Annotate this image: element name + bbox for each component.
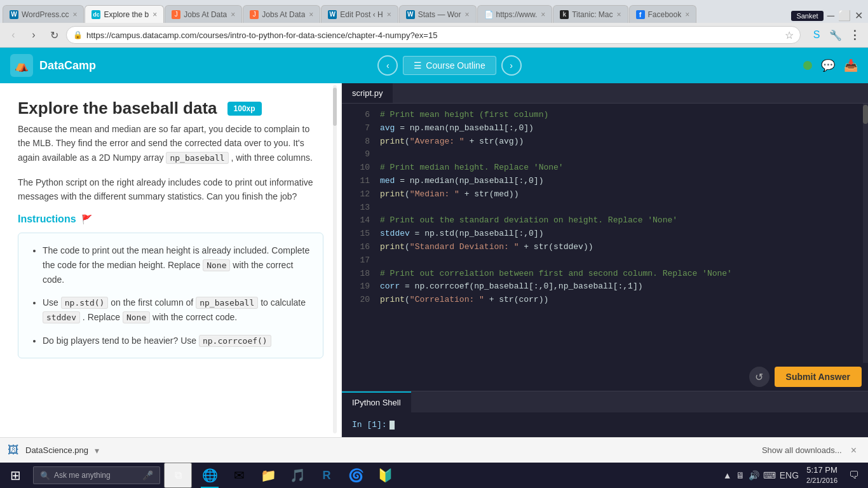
inline-code-none1: None xyxy=(203,259,230,271)
mic-icon[interactable]: 🎤 xyxy=(142,470,153,480)
sys-tray-icons: ▲ 🖥 🔊 ⌨ ENG xyxy=(723,470,799,480)
instructions-list: The code to print out the mean height is… xyxy=(31,243,310,348)
explorer-icon: 📁 xyxy=(261,468,276,483)
tab-close-facebook[interactable]: × xyxy=(685,10,689,19)
close-btn[interactable]: ✕ xyxy=(855,10,863,22)
code-editor[interactable]: 6 # Print mean height (first column) 7 a… xyxy=(342,104,868,363)
dc-course-nav: ‹ ☰ Course Outline › xyxy=(377,55,521,76)
taskbar-clock[interactable]: 5:17 PM 2/21/2016 xyxy=(801,464,843,486)
submit-answer-button[interactable]: Submit Answer xyxy=(775,367,862,387)
inline-code-npbaseball2: np_baseball xyxy=(196,297,258,309)
tab-close-titanic[interactable]: × xyxy=(616,10,621,19)
tab-titanic[interactable]: k Titanic: Mac × xyxy=(553,5,628,23)
browser-actions: S 🔧 ⋮ xyxy=(808,27,863,43)
back-button[interactable]: ‹ xyxy=(5,27,22,43)
skype-icon[interactable]: S xyxy=(808,27,825,43)
taskbar-item-explorer[interactable]: 📁 xyxy=(254,463,282,488)
tab-close-url[interactable]: × xyxy=(541,10,545,19)
tray-network-icon[interactable]: 🖥 xyxy=(736,470,745,480)
task-view-button[interactable]: ⧉ xyxy=(164,463,192,488)
reload-button[interactable]: ↻ xyxy=(46,27,62,43)
tab-close-jobs1[interactable]: × xyxy=(231,10,235,19)
task-view-icon: ⧉ xyxy=(175,470,182,481)
taskbar-item-app2[interactable]: 🔰 xyxy=(371,463,399,488)
tab-facebook[interactable]: f Facebook × xyxy=(629,5,697,23)
maximize-btn[interactable]: ⬜ xyxy=(838,10,851,22)
editor-tabs: script.py xyxy=(342,83,868,104)
show-downloads-link[interactable]: Show all downloads... xyxy=(762,445,842,455)
dc-logo[interactable]: ⛺ DataCamp xyxy=(10,54,96,77)
tab-close-wordpress[interactable]: × xyxy=(72,10,77,19)
tray-battery-icon[interactable]: ⌨ xyxy=(763,470,776,480)
minimize-btn[interactable]: ─ xyxy=(827,10,834,22)
course-next-button[interactable]: › xyxy=(501,55,522,76)
tab-close-datacamp[interactable]: × xyxy=(153,10,157,19)
taskbar-right: ▲ 🖥 🔊 ⌨ ENG 5:17 PM 2/21/2016 🗨 xyxy=(723,463,868,488)
tab-bar: W WordPress.cc × dc Explore the b × J Jo… xyxy=(0,0,868,23)
instruction-2: Use np.std() on the first column of np_b… xyxy=(43,295,310,325)
dc-header: ⛺ DataCamp ‹ ☰ Course Outline › 💬 📥 xyxy=(0,48,868,83)
tab-wordpress[interactable]: W WordPress.cc × xyxy=(3,5,84,23)
menu-icon[interactable]: ⋮ xyxy=(846,27,863,43)
dc-logo-icon: ⛺ xyxy=(10,54,33,77)
exercise-description1: Because the mean and median are so far a… xyxy=(18,122,323,165)
reset-button[interactable]: ↺ xyxy=(749,367,770,387)
menu-lines-icon: ☰ xyxy=(414,60,422,71)
shell-prompt: In [1]: xyxy=(352,420,858,430)
start-button[interactable]: ⊞ xyxy=(0,463,31,488)
taskbar-items: 🌐 ✉ 📁 🎵 R 🌀 🔰 xyxy=(196,463,399,488)
taskbar-item-r[interactable]: R xyxy=(313,463,341,488)
tab-stats[interactable]: W Stats — Wor × xyxy=(399,5,477,23)
download-right: Show all downloads... × xyxy=(762,444,860,458)
course-prev-button[interactable]: ‹ xyxy=(377,55,398,76)
chat-icon[interactable]: 💬 xyxy=(821,58,835,72)
tab-close-editpost[interactable]: × xyxy=(387,10,391,19)
dc-header-right: 💬 📥 xyxy=(803,58,858,72)
tab-script-py[interactable]: script.py xyxy=(342,83,393,103)
status-dot xyxy=(803,61,812,70)
taskbar-search[interactable]: 🔍 Ask me anything 🎤 xyxy=(33,466,160,484)
download-dropdown-button[interactable]: ▾ xyxy=(95,445,99,456)
search-icon: 🔍 xyxy=(40,471,50,480)
bookmark-icon[interactable]: ☆ xyxy=(785,29,794,41)
instruction-3: Do big players tend to be heavier? Use n… xyxy=(43,334,310,348)
inline-code-npbaseball1: np_baseball xyxy=(166,152,228,164)
url-bar[interactable]: 🔒 https://campus.datacamp.com/courses/in… xyxy=(66,26,801,44)
code-line-20: 20 print("Correlation: " + str(corr)) xyxy=(342,294,868,307)
download-header-icon[interactable]: 📥 xyxy=(844,58,858,72)
inline-code-none2: None xyxy=(123,311,150,323)
tray-keyboard-icon[interactable]: ENG xyxy=(780,470,799,480)
download-file-icon: 🖼 xyxy=(8,444,19,457)
code-line-8: 8 print("Average: " + str(avg)) xyxy=(342,135,868,149)
tray-volume-icon[interactable]: 🔊 xyxy=(749,470,759,480)
notification-button[interactable]: 🗨 xyxy=(845,463,863,488)
editor-action-bar: ↺ Submit Answer xyxy=(342,363,868,391)
extension-icon[interactable]: 🔧 xyxy=(827,27,844,43)
forward-button[interactable]: › xyxy=(25,27,42,43)
tab-datacamp[interactable]: dc Explore the b × xyxy=(85,5,164,23)
course-outline-button[interactable]: ☰ Course Outline xyxy=(403,56,496,75)
code-line-12: 12 print("Median: " + str(med)) xyxy=(342,188,868,201)
instructions-header: Instructions 🚩 xyxy=(18,214,323,225)
tab-ipython-shell[interactable]: IPython Shell xyxy=(342,391,411,412)
tab-jobs2[interactable]: J Jobs At Data × xyxy=(243,5,320,23)
tab-close-jobs2[interactable]: × xyxy=(309,10,313,19)
address-bar: ‹ › ↻ 🔒 https://campus.datacamp.com/cour… xyxy=(0,23,868,47)
tab-url[interactable]: 📄 https://www. × xyxy=(477,5,553,23)
taskbar-item-mail[interactable]: ✉ xyxy=(225,463,253,488)
download-close-button[interactable]: × xyxy=(847,444,860,458)
tray-up-arrow-icon[interactable]: ▲ xyxy=(723,470,732,480)
instructions-box: The code to print out the mean height is… xyxy=(18,233,323,358)
taskbar-item-chrome[interactable]: 🌐 xyxy=(196,463,224,488)
left-panel: Explore the baseball data 100xp Because … xyxy=(0,83,342,463)
code-line-16: 16 print("Standard Deviation: " + str(st… xyxy=(342,241,868,254)
taskbar-item-app1[interactable]: 🌀 xyxy=(342,463,370,488)
tab-close-stats[interactable]: × xyxy=(465,10,470,19)
tab-editpost[interactable]: W Edit Post ‹ H × xyxy=(321,5,398,23)
exercise-title: Explore the baseball data 100xp xyxy=(18,98,323,118)
code-line-7: 7 avg = np.mean(np_baseball[:,0]) xyxy=(342,122,868,135)
code-line-11: 11 med = np.median(np_baseball[:,0]) xyxy=(342,175,868,188)
code-line-14: 14 # Print out the standard deviation on… xyxy=(342,214,868,227)
taskbar-item-media[interactable]: 🎵 xyxy=(283,463,311,488)
tab-jobs1[interactable]: J Jobs At Data × xyxy=(165,5,242,23)
